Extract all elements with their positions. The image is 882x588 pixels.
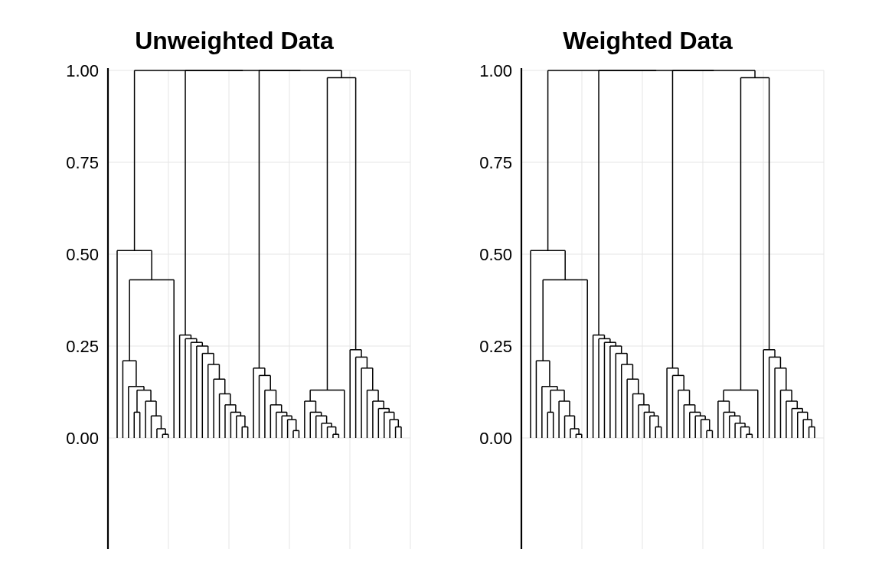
svg-text:1.00: 1.00 (66, 63, 99, 80)
plot-unweighted: 0.000.250.500.751.00 (43, 63, 426, 553)
panel-weighted: Weighted Data 0.000.250.500.751.00 (456, 27, 839, 553)
panel-unweighted: Unweighted Data 0.000.250.500.751.00 (43, 27, 426, 553)
svg-text:0.75: 0.75 (66, 153, 99, 172)
svg-text:0.00: 0.00 (66, 429, 99, 448)
svg-text:0.25: 0.25 (479, 337, 512, 356)
svg-text:0.50: 0.50 (479, 245, 512, 264)
svg-text:0.75: 0.75 (479, 153, 512, 172)
svg-text:1.00: 1.00 (479, 63, 512, 80)
svg-text:0.25: 0.25 (66, 337, 99, 356)
chart-page: Unweighted Data 0.000.250.500.751.00 Wei… (0, 0, 882, 588)
panel-row: Unweighted Data 0.000.250.500.751.00 Wei… (0, 0, 882, 553)
plot-weighted: 0.000.250.500.751.00 (456, 63, 839, 553)
svg-text:0.50: 0.50 (66, 245, 99, 264)
panel-title-weighted: Weighted Data (456, 27, 839, 55)
svg-text:0.00: 0.00 (479, 429, 512, 448)
panel-title-unweighted: Unweighted Data (43, 27, 426, 55)
